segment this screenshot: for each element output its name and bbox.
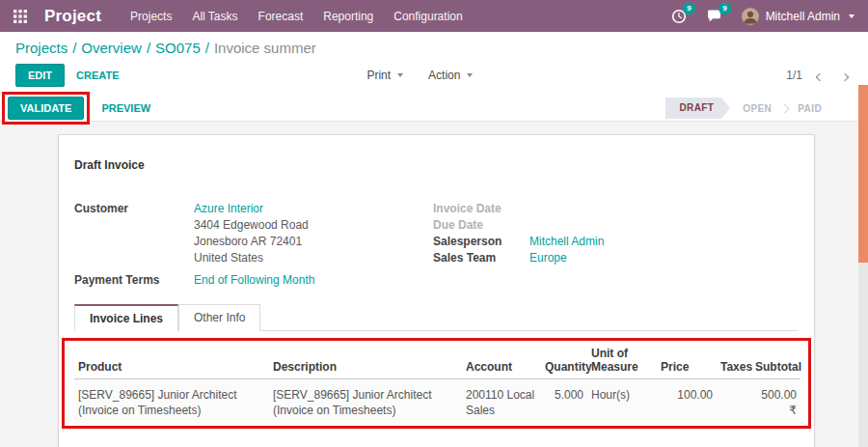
cell-subtotal: 500.00 ₹ — [751, 379, 800, 427]
breadcrumb-so075[interactable]: SO075 — [155, 40, 201, 56]
breadcrumb-current: Invoice summer — [214, 40, 316, 56]
state-draft[interactable]: DRAFT — [665, 98, 721, 119]
action-menu-button[interactable]: Action — [428, 69, 473, 82]
main-menu: Projects All Tasks Forecast Reporting Co… — [130, 10, 463, 23]
col-taxes[interactable]: Taxes — [717, 341, 751, 379]
breadcrumb-separator: / — [147, 40, 150, 56]
apps-grid-icon[interactable] — [14, 10, 27, 23]
breadcrumb-separator: / — [72, 40, 76, 56]
pager: 1/1 — [786, 66, 853, 86]
table-header-row: Product Description Account Quantity Uni… — [74, 341, 800, 379]
scrollbar-track[interactable] — [858, 85, 868, 447]
salesperson-link[interactable]: Mitchell Admin — [529, 234, 604, 250]
cell-taxes — [717, 379, 751, 427]
customer-label: Customer — [74, 201, 194, 217]
print-label: Print — [366, 69, 391, 82]
cell-description: [SERV_89665] Junior Architect (Invoice o… — [269, 379, 462, 427]
address-line: United States — [194, 250, 433, 266]
state-open[interactable]: OPEN — [737, 98, 777, 119]
customer-link[interactable]: Azure Interior — [194, 201, 263, 217]
payment-terms-link[interactable]: End of Following Month — [194, 272, 314, 289]
user-name: Mitchell Admin — [766, 10, 840, 23]
annotation-box-validate: VALIDATE — [2, 92, 90, 125]
col-account[interactable]: Account — [462, 341, 541, 379]
pager-previous-button[interactable] — [812, 66, 827, 86]
activities-icon[interactable]: 9 — [671, 9, 687, 24]
messages-icon[interactable]: 9 — [706, 9, 722, 24]
col-uom-line2: Measure — [591, 360, 653, 374]
print-menu-button[interactable]: Print — [366, 69, 403, 82]
invoice-lines-table: Product Description Account Quantity Uni… — [74, 341, 800, 426]
menu-reporting[interactable]: Reporting — [323, 10, 373, 23]
status-bar: VALIDATE PREVIEW DRAFT OPEN PAID — [0, 96, 868, 122]
sales-team-label: Sales Team — [433, 250, 529, 266]
menu-projects[interactable]: Projects — [130, 10, 172, 23]
payment-terms-label: Payment Terms — [74, 272, 194, 289]
breadcrumb-separator: / — [205, 40, 209, 56]
notebook-tabs: Invoice Lines Other Info — [74, 304, 799, 331]
cell-uom: Hour(s) — [587, 379, 657, 427]
systray: 9 9 Mitchell Admin — [671, 8, 854, 25]
menu-forecast[interactable]: Forecast — [258, 10, 304, 23]
salesperson-label: Salesperson — [433, 234, 529, 250]
invoice-date-label: Invoice Date — [433, 201, 529, 217]
app-title[interactable]: Project — [44, 7, 101, 26]
chevron-right-icon — [780, 103, 790, 113]
col-quantity[interactable]: Quantity — [541, 341, 587, 379]
create-button[interactable]: CREATE — [65, 65, 130, 86]
col-price[interactable]: Price — [657, 341, 717, 379]
chevron-down-icon — [849, 14, 854, 18]
left-field-column: Customer Azure Interior 3404 Edgewood Ro… — [74, 201, 433, 289]
breadcrumb: Projects/Overview/SO075/Invoice summer — [0, 32, 868, 58]
control-bar: EDIT CREATE Print Action 1/1 — [0, 58, 868, 96]
col-uom-line1: Unit of — [591, 347, 653, 360]
chevron-right-icon — [841, 72, 849, 80]
breadcrumb-overview[interactable]: Overview — [81, 40, 142, 56]
cell-product: [SERV_89665] Junior Architect (Invoice o… — [74, 379, 269, 427]
col-subtotal[interactable]: Subtotal — [751, 341, 800, 379]
annotation-box-invoice-lines: Product Description Account Quantity Uni… — [62, 338, 811, 429]
messages-badge: 9 — [719, 3, 730, 14]
status-pipeline: DRAFT OPEN PAID — [665, 98, 827, 119]
due-date-label: Due Date — [433, 217, 529, 234]
cell-account: 200110 Local Sales — [462, 379, 541, 427]
invoice-sheet: Draft Invoice Customer Azure Interior 34… — [58, 134, 815, 447]
scrollbar-thumb[interactable] — [858, 85, 868, 263]
menu-configuration[interactable]: Configuration — [393, 10, 462, 23]
tab-other-info[interactable]: Other Info — [178, 304, 260, 331]
edit-button[interactable]: EDIT — [15, 64, 65, 87]
chevron-down-icon — [397, 73, 403, 77]
sales-team-link[interactable]: Europe — [529, 250, 567, 266]
col-uom[interactable]: Unit of Measure — [587, 341, 657, 379]
document-title: Draft Invoice — [74, 158, 799, 172]
state-paid[interactable]: PAID — [792, 98, 827, 119]
right-field-column: Invoice Date Due Date Salesperson Mitche… — [433, 201, 799, 289]
breadcrumb-projects[interactable]: Projects — [15, 40, 68, 56]
chevron-down-icon — [467, 73, 473, 77]
address-line: 3404 Edgewood Road — [194, 217, 433, 234]
chevron-left-icon — [816, 72, 824, 80]
user-menu[interactable]: Mitchell Admin — [742, 8, 854, 25]
menu-all-tasks[interactable]: All Tasks — [192, 10, 237, 23]
preview-button[interactable]: PREVIEW — [90, 98, 162, 119]
tab-invoice-lines[interactable]: Invoice Lines — [74, 304, 178, 331]
cell-price: 100.00 — [657, 379, 717, 427]
address-line: Jonesboro AR 72401 — [194, 234, 433, 250]
top-navbar: Project Projects All Tasks Forecast Repo… — [0, 0, 868, 32]
cell-quantity: 5.000 — [541, 379, 587, 427]
user-avatar — [742, 8, 759, 25]
validate-button[interactable]: VALIDATE — [8, 97, 84, 120]
table-row[interactable]: [SERV_89665] Junior Architect (Invoice o… — [74, 379, 800, 427]
content-area: Draft Invoice Customer Azure Interior 34… — [0, 122, 868, 447]
action-menus: Print Action — [366, 69, 473, 82]
col-product[interactable]: Product — [74, 341, 269, 379]
action-label: Action — [428, 69, 460, 82]
customer-address: 3404 Edgewood Road Jonesboro AR 72401 Un… — [194, 217, 433, 266]
pager-next-button[interactable] — [837, 66, 853, 86]
activities-badge: 9 — [683, 3, 694, 14]
pager-count: 1/1 — [786, 69, 802, 82]
col-description[interactable]: Description — [269, 341, 462, 379]
